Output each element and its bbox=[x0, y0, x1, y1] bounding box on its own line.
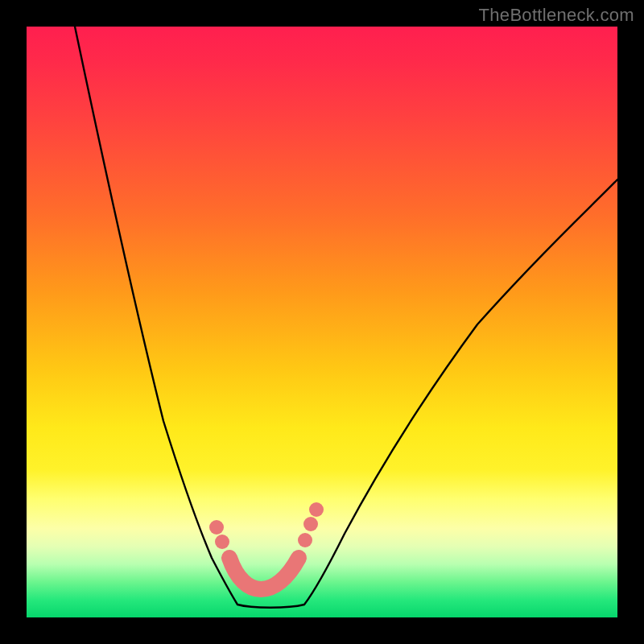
bottleneck-curve bbox=[75, 27, 617, 608]
watermark-text: TheBottleneck.com bbox=[479, 5, 634, 26]
plot-area bbox=[27, 27, 617, 617]
anchor-dot bbox=[303, 517, 318, 531]
anchor-dot bbox=[309, 502, 324, 517]
anchor-markers bbox=[209, 502, 324, 589]
anchor-dot bbox=[215, 535, 229, 549]
anchor-dot bbox=[209, 520, 224, 535]
anchor-dot bbox=[298, 533, 312, 547]
chart-frame: TheBottleneck.com bbox=[0, 0, 644, 644]
anchor-bottom-segment bbox=[229, 558, 299, 589]
curve-overlay bbox=[27, 27, 617, 617]
